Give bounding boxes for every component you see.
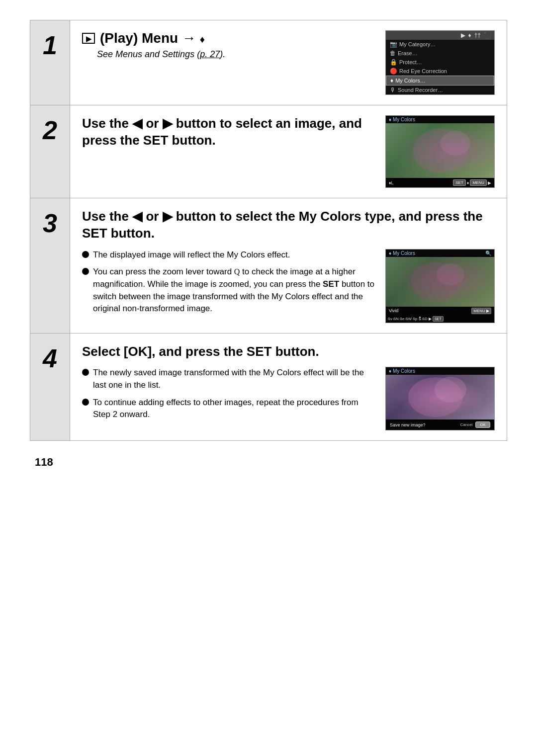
page-ref-link[interactable]: p. 27 (200, 49, 220, 59)
arrow-right-icon-2: ▶ (163, 116, 173, 131)
bullet-3-2-text: You can press the zoom lever toward Q to… (93, 266, 377, 315)
category-icon: 📷 (390, 41, 397, 48)
step-2-number: 2 (30, 105, 70, 198)
step-1-menu-screenshot: ▶ ♦ †† ⬛ 📷 My Category… 🗑 Erase… 🔒 (385, 30, 495, 95)
step-1-title-text: (Play) Menu → ♦ (100, 30, 205, 46)
step-3-number: 3 (30, 198, 70, 333)
bullet-3-1-text: The displayed image will reflect the My … (93, 249, 290, 261)
save-buttons-4: Cancel OK (460, 421, 490, 428)
step-3-content: Use the ◀ or ▶ button to select the My C… (70, 198, 507, 333)
step-3-row: 3 Use the ◀ or ▶ button to select the My… (30, 198, 507, 334)
menu-item-sound-label: Sound Recorder… (398, 87, 443, 93)
step-3-cam-image (386, 257, 494, 307)
cam-icons-3: ßv ßN ße ßW ßp ß̃ ßD ▶ (388, 317, 432, 321)
menu-item-category-label: My Category… (399, 41, 436, 47)
mycolors-cam-label-2: ♦ My Colors (389, 117, 415, 122)
cam-flower-svg-3 (386, 257, 495, 307)
step-1-content: ▶ (Play) Menu → ♦ See Menus and Settings… (70, 20, 507, 105)
svg-point-5 (435, 377, 466, 403)
step-2-camera-screenshot: ♦ My Colors ♦L SET ♦ (385, 115, 495, 188)
bullet-dot-3-2 (82, 268, 89, 275)
step-2-heading: Use the ◀ or ▶ button to select an image… (82, 115, 377, 149)
bullet-3-1: The displayed image will reflect the My … (82, 249, 377, 261)
set-small-3: SET (433, 316, 444, 322)
erase-icon: 🗑 (390, 50, 396, 57)
cam-colors-icon-2: ♦ (467, 180, 469, 185)
page-container: 1 ▶ (Play) Menu → ♦ See Menus and Settin… (30, 20, 507, 469)
bullet-3-2-part1: You can press the zoom lever toward (93, 267, 234, 276)
vivid-label-3: Vivid (389, 308, 398, 313)
redeye-icon: 🔴 (390, 68, 397, 75)
step-2-cam-image (386, 123, 494, 178)
cam-zoom-icon-3: 🔍 (485, 251, 491, 256)
menu-item-protect-label: Protect… (399, 59, 422, 65)
page-number: 118 (30, 456, 507, 469)
step-3-inner: The displayed image will reflect the My … (82, 249, 495, 323)
bullet-4-2: To continue adding effects to other imag… (82, 397, 377, 421)
menu-tab-custom: ⬛ (484, 32, 491, 39)
bullet-4-1-text: The newly saved image transformed with t… (93, 367, 377, 391)
bullet-dot-3-1 (82, 251, 89, 258)
menu-tab-play: ▶ (461, 32, 465, 39)
arrow-left-icon-3: ◀ (132, 209, 142, 224)
cancel-button-4[interactable]: Cancel (460, 422, 473, 427)
step-4-camera-screenshot: ♦ My Colors Save new image? Cancel (385, 367, 495, 430)
step-4-cam-top: ♦ My Colors (386, 367, 494, 375)
step-1-subtitle: See Menus and Settings (p. 27). (82, 49, 375, 60)
save-text-4: Save new image? (390, 422, 426, 427)
sound-icon: 🎙 (390, 86, 396, 93)
step-4-save-bar: Save new image? Cancel OK (386, 420, 494, 430)
step-4-cam-image (386, 375, 494, 420)
arrow-left-icon-2: ◀ (132, 116, 142, 131)
menu-top-bar: ▶ ♦ †† ⬛ (386, 31, 494, 40)
menu-tab-settings: †† (474, 32, 481, 39)
bullet-dot-4-2 (82, 399, 89, 406)
step-2-cam-label: ♦ My Colors (386, 116, 494, 123)
step-3-icons-bar: ßv ßN ße ßW ßp ß̃ ßD ▶ SET (386, 315, 494, 323)
menu-item-mycolors-label: My Colors… (395, 78, 426, 84)
step-2-inner: Use the ◀ or ▶ button to select an image… (82, 115, 495, 188)
cam-bottom-left-2: ♦L (389, 180, 394, 185)
step-4-number: 4 (30, 334, 70, 441)
menu-item-redeye: 🔴 Red Eye Correction (386, 67, 494, 76)
step-3-vivid-bar: Vivid MENU ▶ (386, 307, 494, 315)
ok-button-4[interactable]: OK (475, 421, 490, 428)
step-2-row: 2 Use the ◀ or ▶ button to select an ima… (30, 105, 507, 198)
step-4-heading: Select [OK], and press the SET button. (82, 343, 495, 360)
svg-point-3 (437, 263, 464, 285)
menu-label-3: MENU ▶ (471, 308, 491, 314)
step-1-number: 1 (30, 20, 70, 105)
set-button-2: SET (453, 179, 466, 186)
cam-label-4: ♦ My Colors (389, 368, 415, 374)
step-1-row: 1 ▶ (Play) Menu → ♦ See Menus and Settin… (30, 20, 507, 105)
protect-icon: 🔒 (390, 59, 397, 66)
step-4-content: Select [OK], and press the SET button. T… (70, 334, 507, 441)
menu-item-erase: 🗑 Erase… (386, 49, 494, 58)
bullet-dot-4-1 (82, 369, 89, 376)
step-2-cam-bottom: ♦L SET ♦ MENU ▶ (386, 178, 494, 187)
bullet-4-2-text: To continue adding effects to other imag… (93, 397, 377, 421)
menu-item-sound: 🎙 Sound Recorder… (386, 85, 494, 94)
play-icon: ▶ (82, 33, 95, 44)
menu-item-protect: 🔒 Protect… (386, 58, 494, 67)
step-4-row: 4 Select [OK], and press the SET button.… (30, 334, 507, 441)
step-1-text: ▶ (Play) Menu → ♦ See Menus and Settings… (82, 30, 375, 64)
set-word-3: SET (323, 279, 339, 289)
step-4-bullet-list: The newly saved image transformed with t… (82, 367, 377, 421)
step-2-content: Use the ◀ or ▶ button to select an image… (70, 105, 507, 198)
bullet-4-1: The newly saved image transformed with t… (82, 367, 377, 391)
step-3-bullet-list: The displayed image will reflect the My … (82, 249, 377, 315)
menu-item-mycolors[interactable]: ♦ My Colors… (386, 76, 494, 85)
menu-tab-colors: ♦ (468, 32, 471, 39)
zoom-q-icon: Q (234, 267, 240, 276)
cam-label-3: ♦ My Colors (389, 251, 415, 256)
mycolors-icon: ♦ (390, 77, 393, 84)
menu-item-erase-label: Erase… (398, 50, 418, 56)
bullet-3-2: You can press the zoom lever toward Q to… (82, 266, 377, 315)
step-3-bullets: The displayed image will reflect the My … (82, 249, 377, 320)
menu-item-category: 📷 My Category… (386, 40, 494, 49)
step-2-set-area: SET ♦ MENU ▶ (453, 179, 491, 186)
arrow-right-icon-3: ▶ (163, 209, 173, 224)
menu-button-2: MENU (470, 179, 487, 186)
step-2-text: Use the ◀ or ▶ button to select an image… (82, 115, 377, 156)
